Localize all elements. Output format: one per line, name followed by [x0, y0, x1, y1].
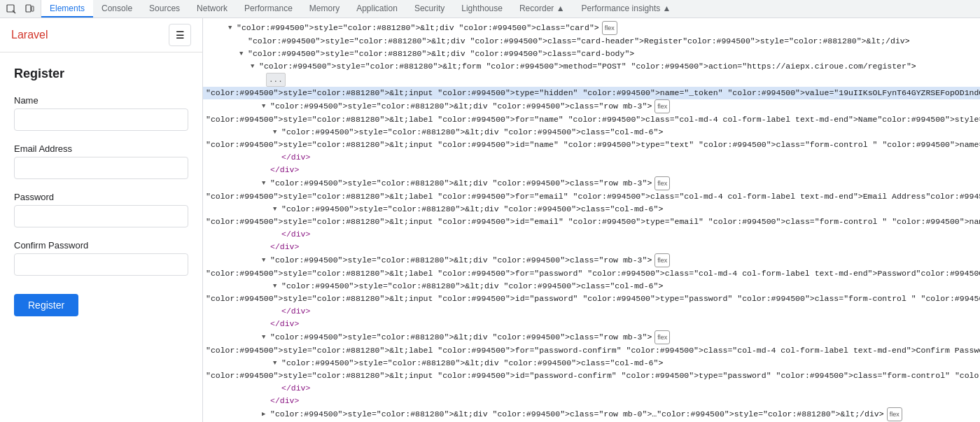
dom-code: "color:#994500">style="color:#881280">&l…	[270, 177, 652, 190]
dom-line[interactable]: "color:#994500">style="color:#881280">&l…	[203, 370, 980, 382]
confirm-field: Confirm Password	[14, 240, 188, 276]
password-field: Password	[14, 192, 188, 227]
dom-line[interactable]: "color:#994500">style="color:#881280">&l…	[203, 344, 980, 357]
dom-code: "color:#994500">style="color:#881280">&l…	[281, 280, 663, 293]
dom-line[interactable]: ▼ "color:#994500">style="color:#881280">…	[203, 48, 980, 60]
tab-security[interactable]: Security	[406, 0, 453, 17]
dom-code: "color:#994500">style="color:#881280">&l…	[206, 293, 980, 305]
tab-memory[interactable]: Memory	[301, 0, 348, 17]
toggle-arrow[interactable]: ▼	[262, 331, 270, 344]
dom-line[interactable]: "color:#994500">style="color:#881280">&l…	[203, 216, 980, 228]
email-field-label: Email Address	[14, 143, 188, 154]
dom-line[interactable]: ▶ "color:#994500">style="color:#881280">…	[203, 407, 980, 421]
toggle-arrow[interactable]: ▼	[228, 22, 237, 34]
svg-rect-3	[31, 6, 34, 11]
toggle-arrow[interactable]: ▼	[273, 203, 281, 216]
dom-line[interactable]: "color:#994500">style="color:#881280">&l…	[203, 267, 980, 280]
dom-line[interactable]: ▼ "color:#994500">style="color:#881280">…	[203, 21, 980, 35]
dom-line[interactable]: ▼ "color:#994500">style="color:#881280">…	[203, 357, 980, 370]
dom-line[interactable]: ▼ "color:#994500">style="color:#881280">…	[203, 99, 980, 113]
form-fields: NameEmail AddressPasswordConfirm Passwor…	[14, 95, 188, 276]
dom-line[interactable]: </div>	[203, 164, 980, 176]
register-button[interactable]: Register	[14, 294, 78, 316]
dom-line[interactable]: "color:#994500">style="color:#881280">&l…	[203, 87, 980, 99]
name-field-input[interactable]	[14, 108, 188, 131]
dom-code: </div>	[270, 395, 299, 407]
email-field: Email Address	[14, 143, 188, 179]
dom-line[interactable]: </div>	[203, 241, 980, 253]
toggle-arrow[interactable]: ▼	[273, 357, 281, 370]
tab-console[interactable]: Console	[93, 0, 141, 17]
dom-line[interactable]: </div>	[203, 228, 980, 241]
dom-line[interactable]: </div>	[203, 151, 980, 164]
device-mode-button[interactable]	[21, 2, 38, 16]
svg-rect-2	[26, 5, 31, 12]
toggle-arrow[interactable]: ▼	[273, 280, 281, 293]
dom-code: </div>	[281, 305, 310, 318]
app-panel: Laravel ☰ Register NameEmail AddressPass…	[0, 18, 203, 422]
dom-line[interactable]: "color:#994500">style="color:#881280">&l…	[203, 113, 980, 126]
dom-code: "color:#994500">style="color:#881280">&l…	[206, 344, 980, 357]
dom-line[interactable]: "color:#994500">style="color:#881280">&l…	[203, 139, 980, 151]
dom-line[interactable]: "color:#994500">style="color:#881280">&l…	[203, 293, 980, 305]
dom-code: "color:#994500">style="color:#881280">&l…	[259, 60, 916, 73]
toggle-arrow[interactable]: ▼	[262, 254, 270, 267]
dom-code: "color:#994500">style="color:#881280">&l…	[281, 357, 663, 370]
name-field-label: Name	[14, 95, 188, 106]
confirm-field-label: Confirm Password	[14, 240, 188, 251]
toggle-arrow[interactable]: ▼	[273, 126, 281, 139]
dom-line[interactable]: </div>	[203, 305, 980, 318]
inspect-element-button[interactable]	[3, 2, 20, 16]
dom-code: "color:#994500">style="color:#881280">&l…	[270, 408, 884, 421]
dom-code: "color:#994500">style="color:#881280">&l…	[206, 113, 980, 126]
dom-code: "color:#994500">style="color:#881280">&l…	[270, 100, 652, 113]
dom-line[interactable]: ...	[203, 73, 980, 87]
dom-line[interactable]: </div>	[203, 395, 980, 407]
toggle-arrow[interactable]: ▼	[262, 177, 270, 190]
tab-network[interactable]: Network	[188, 0, 236, 17]
dom-line[interactable]: "color:#994500">style="color:#881280">&l…	[203, 190, 980, 203]
dom-code: </div>	[270, 164, 299, 176]
flex-badge: flex	[654, 176, 670, 190]
dom-code: "color:#994500">style="color:#881280">&l…	[248, 35, 910, 48]
inspector-content: ▼ "color:#994500">style="color:#881280">…	[203, 18, 980, 422]
form-heading: Register	[14, 66, 188, 81]
app-title: Laravel	[11, 29, 48, 41]
dom-line[interactable]: ▼ "color:#994500">style="color:#881280">…	[203, 330, 980, 344]
email-field-input[interactable]	[14, 157, 188, 179]
name-field: Name	[14, 95, 188, 131]
dom-code: "color:#994500">style="color:#881280">&l…	[237, 22, 599, 34]
password-field-label: Password	[14, 192, 188, 202]
confirm-field-input[interactable]	[14, 253, 188, 276]
toggle-arrow[interactable]: ▶	[262, 408, 270, 421]
tab-recorder[interactable]: Recorder ▲	[511, 0, 573, 17]
dom-code: "color:#994500">style="color:#881280">&l…	[281, 126, 663, 139]
dom-line[interactable]: ▼ "color:#994500">style="color:#881280">…	[203, 203, 980, 216]
tab-application[interactable]: Application	[348, 0, 406, 17]
ellipsis-button[interactable]: ...	[266, 73, 286, 87]
dom-line[interactable]: ▼ "color:#994500">style="color:#881280">…	[203, 253, 980, 267]
toggle-arrow[interactable]: ▼	[251, 60, 259, 73]
tab-performance-insights[interactable]: Performance insights ▲	[573, 0, 680, 17]
dom-code: </div>	[270, 241, 299, 253]
form-container: Register NameEmail AddressPasswordConfir…	[0, 52, 202, 422]
dom-line[interactable]: ▼ "color:#994500">style="color:#881280">…	[203, 176, 980, 190]
tab-sources[interactable]: Sources	[141, 0, 188, 17]
toggle-arrow[interactable]: ▼	[239, 48, 248, 60]
dom-line[interactable]: ▼ "color:#994500">style="color:#881280">…	[203, 280, 980, 293]
dom-line[interactable]: "color:#994500">style="color:#881280">&l…	[203, 35, 980, 48]
toggle-arrow[interactable]: ▼	[262, 100, 270, 113]
dom-code: "color:#994500">style="color:#881280">&l…	[206, 216, 980, 228]
tabs-bar: ElementsConsoleSourcesNetworkPerformance…	[41, 0, 980, 17]
tab-performance[interactable]: Performance	[236, 0, 301, 17]
dom-line[interactable]: ▼ "color:#994500">style="color:#881280">…	[203, 126, 980, 139]
dom-line[interactable]: ▼ "color:#994500">style="color:#881280">…	[203, 60, 980, 73]
hamburger-button[interactable]: ☰	[169, 24, 191, 46]
flex-badge: flex	[654, 330, 670, 344]
dom-line[interactable]: </div>	[203, 382, 980, 395]
dom-line[interactable]: </div>	[203, 318, 980, 330]
dom-code: "color:#994500">style="color:#881280">&l…	[270, 254, 652, 267]
tab-elements[interactable]: Elements	[41, 0, 93, 17]
password-field-input[interactable]	[14, 205, 188, 227]
tab-lighthouse[interactable]: Lighthouse	[453, 0, 511, 17]
